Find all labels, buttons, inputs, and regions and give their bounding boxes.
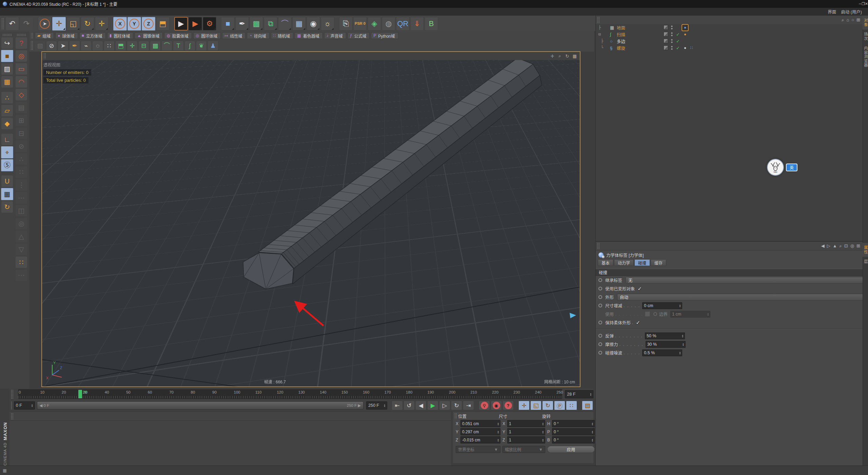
panel-tab[interactable]: 对象: [863, 16, 868, 30]
position-x-field[interactable]: 0.051 cm▴▾: [460, 420, 500, 427]
preview-range-bar[interactable]: ◀ 0 F250 F ▶: [37, 401, 364, 410]
live-selection-tool-2[interactable]: ◎: [15, 50, 27, 62]
environment-button[interactable]: ▦: [292, 17, 306, 31]
plugin-b-button[interactable]: B: [425, 17, 438, 31]
layout-dropdown[interactable]: 启动 (用户): [841, 8, 862, 15]
close-button[interactable]: ✕: [865, 2, 868, 6]
object-name[interactable]: 多边: [617, 38, 664, 44]
object-name[interactable]: 扫描: [617, 31, 664, 38]
noise-field[interactable]: 0.5 %▴▾: [642, 349, 682, 356]
command-triangulate[interactable]: △: [15, 230, 27, 243]
visibility-dots[interactable]: [671, 39, 673, 43]
object-row[interactable]: ⊟ ∫ 扫描 ✓ ●: [596, 31, 863, 38]
texture-mode-button[interactable]: ▨: [1, 63, 13, 75]
record-circle[interactable]: [598, 295, 602, 299]
sound-field-button[interactable]: ♪声音域: [324, 32, 346, 39]
enable-check[interactable]: ✓: [676, 32, 682, 37]
psr-reset-button[interactable]: PSR 0: [353, 17, 367, 31]
toolbar-icon[interactable]: [1, 18, 4, 30]
palette-handle[interactable]: [31, 41, 33, 51]
panel-tab[interactable]: 场次: [863, 30, 868, 43]
subdivision-surface-button[interactable]: ▩: [250, 17, 263, 31]
z-axis-lock-button[interactable]: Z: [142, 17, 155, 31]
size-x-field[interactable]: 1▴▾: [507, 420, 545, 427]
enable-check[interactable]: ✓: [676, 45, 682, 51]
play-backwards-button[interactable]: ↺: [403, 401, 415, 410]
command-points-arrow[interactable]: ∷: [15, 256, 27, 268]
y-axis-lock-button[interactable]: Y: [127, 17, 141, 31]
previous-frame-button[interactable]: ◀: [415, 401, 427, 410]
rotation-p-field[interactable]: 0 °▴▾: [552, 428, 595, 435]
toggle-view-icon[interactable]: ▦: [572, 53, 578, 59]
command-dots-1[interactable]: ⋮: [15, 179, 27, 191]
visibility-dots[interactable]: [671, 45, 673, 50]
am-new-panel-icon[interactable]: ⊞: [856, 243, 860, 249]
visibility-dots[interactable]: [671, 32, 673, 37]
next-frame-button[interactable]: ▷: [439, 401, 450, 410]
generators-button[interactable]: ⧉: [264, 17, 277, 31]
symmetry-icon[interactable]: ✛: [127, 41, 138, 51]
keyframe-selection-button[interactable]: ?: [502, 401, 514, 410]
sweep-object[interactable]: [243, 60, 542, 289]
om-home-icon[interactable]: ⌂: [846, 17, 849, 23]
inherit-tag-select[interactable]: 无▼: [626, 277, 868, 284]
layer-square[interactable]: [664, 25, 668, 30]
model-mode-button[interactable]: ■: [1, 50, 13, 62]
play-forwards-button[interactable]: ▶: [427, 401, 438, 410]
tag-icon[interactable]: ●: [682, 25, 688, 31]
palette-handle[interactable]: [454, 413, 457, 419]
timeline-ruler[interactable]: 0102030405060708090100110120130140150160…: [18, 389, 562, 399]
live-selection-tool[interactable]: ➤: [38, 17, 52, 31]
render-view-button[interactable]: ▶: [174, 17, 188, 31]
enable-check[interactable]: ✓: [676, 39, 682, 44]
command-optimize[interactable]: ∷: [15, 166, 27, 178]
object-row[interactable]: ├ ○ 多边 ✓: [596, 38, 863, 44]
object-name[interactable]: 螺旋: [617, 45, 664, 51]
key-pla-button[interactable]: ∷: [566, 401, 577, 410]
palette-handle[interactable]: [43, 53, 46, 59]
command-extrude-inner[interactable]: ⊞: [15, 114, 27, 127]
viewport-3d-view[interactable]: Y X Z 透视视图 Number of emitters: 0 Total l…: [42, 60, 580, 386]
current-frame-field[interactable]: 28 F▴▾: [565, 390, 593, 398]
make-editable-button[interactable]: ↪: [1, 37, 13, 49]
coordinate-space-select[interactable]: 世界坐标▼: [456, 446, 500, 453]
cube-field-button[interactable]: ■立方体域: [79, 32, 106, 39]
rotation-b-field[interactable]: 0 °▴▾: [552, 436, 595, 443]
render-settings-button[interactable]: ⚙: [203, 17, 216, 31]
record-circle[interactable]: [598, 351, 602, 355]
command-visibility-2[interactable]: ◎: [15, 217, 27, 230]
command-bevel[interactable]: ⊟: [15, 127, 27, 139]
primitive-cube-button[interactable]: ■: [221, 17, 235, 31]
select-points-icon[interactable]: ➤: [58, 41, 68, 51]
cone-field-button[interactable]: ▲圆锥体域: [135, 32, 163, 39]
record-circle[interactable]: [598, 304, 602, 307]
palette-handle[interactable]: [597, 243, 599, 249]
command-extrude[interactable]: ▤: [15, 101, 27, 114]
help-selection-tool[interactable]: ?: [15, 37, 27, 49]
record-keyframe-button[interactable]: ⚲: [479, 401, 490, 410]
rotate-tool[interactable]: ↻: [81, 17, 94, 31]
pen-spline-button[interactable]: ✒: [235, 17, 249, 31]
range-end-field[interactable]: 250 F▴▾: [366, 401, 387, 410]
palette-handle[interactable]: [11, 390, 13, 399]
point-slash-icon[interactable]: ⊘: [46, 41, 57, 51]
key-rotation-button[interactable]: ↻: [542, 401, 553, 410]
uv-tool-icon[interactable]: ▧: [35, 41, 45, 51]
polygon-selection-tool[interactable]: ◇: [15, 89, 27, 101]
camera-button[interactable]: ◉: [307, 17, 320, 31]
text-object-icon[interactable]: T: [173, 41, 184, 51]
am-target-icon[interactable]: ◎: [850, 243, 854, 249]
viewport-panel[interactable]: ✛⌕↻▦ Y X Z: [41, 51, 580, 387]
palette-handle[interactable]: [11, 413, 13, 419]
python-field-button[interactable]: PPython域: [371, 32, 398, 39]
tag-icon[interactable]: ●: [682, 45, 688, 51]
record-circle[interactable]: [598, 287, 602, 290]
spline-points-icon[interactable]: ⌁: [81, 41, 92, 51]
pan-view-icon[interactable]: ✛: [549, 53, 555, 59]
attribute-tab[interactable]: 缓存: [651, 259, 666, 266]
vine-icon[interactable]: ❦: [196, 41, 207, 51]
am-lock-icon[interactable]: ⊡: [844, 243, 848, 249]
tag-icon[interactable]: ●: [682, 32, 688, 37]
am-up-icon[interactable]: ▲: [833, 243, 837, 249]
plugin-sphere-button[interactable]: ◍: [382, 17, 395, 31]
